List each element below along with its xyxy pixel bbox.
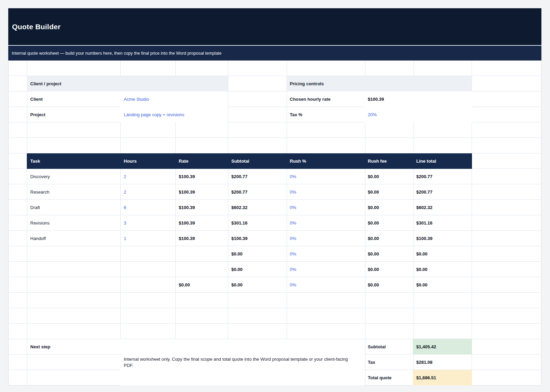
summary-subtotal-label: Subtotal [364,339,413,355]
line-total-cell: $200.77 [413,184,472,200]
col-header-line-total: Line total [413,153,472,169]
next-step-label: Next step [27,339,120,355]
subtotal-cell: $100.39 [228,231,286,246]
col-header-rate: Rate [175,153,228,169]
subtitle-text: Internal quote worksheet — build your nu… [12,51,222,56]
rate-cell: $100.39 [175,184,228,200]
rush-pct-cell[interactable]: 0% [286,246,364,262]
col-header-subtotal: Subtotal [228,153,286,169]
task-cell: Handoff [27,231,120,246]
hourly-rate-value-cell[interactable]: $100.39 [364,91,472,107]
line-total-cell: $301.16 [413,215,472,231]
rush-pct-cell[interactable]: 0% [286,200,364,215]
subtotal-cell: $602.32 [228,200,286,215]
hourly-rate-label: Chosen hourly rate [286,91,364,107]
tax-percent-value-cell[interactable]: 20% [364,107,472,122]
rush-pct-cell[interactable]: 0% [286,169,364,184]
line-total-cell: $100.39 [413,231,472,246]
subtotal-cell: $301.16 [228,215,286,231]
hours-cell[interactable]: 3 [120,215,175,231]
hours-cell[interactable]: 2 [120,184,175,200]
page-title: Quote Builder [12,23,60,31]
rush-fee-cell: $0.00 [364,262,413,277]
subtotal-cell: $200.77 [228,184,286,200]
task-cell: Revisions [27,215,120,231]
project-label: Project [27,107,120,122]
col-header-hours: Hours [120,153,175,169]
rush-pct-cell[interactable]: 0% [286,277,364,293]
rate-cell: $0.00 [175,277,228,293]
summary-total-value: $1,686.51 [413,370,472,385]
subtotal-cell: $0.00 [228,262,286,277]
task-cell: Discovery [27,169,120,184]
title-bar: Quote Builder [8,8,541,45]
line-total-cell: $0.00 [413,246,472,262]
line-total-cell: $0.00 [413,277,472,293]
rate-cell: $100.39 [175,169,228,184]
tax-percent-label: Tax % [286,107,364,122]
rate-cell: $100.39 [175,200,228,215]
next-step-note: Internal worksheet only. Copy the final … [120,339,364,385]
task-cell: Research [27,184,120,200]
line-total-cell: $200.77 [413,169,472,184]
summary-tax-label: Tax [364,355,413,370]
rush-fee-cell: $0.00 [364,215,413,231]
rush-fee-cell: $0.00 [364,246,413,262]
rush-fee-cell: $0.00 [364,200,413,215]
worksheet-grid: Client / project Pricing controls Client… [8,61,541,385]
hours-cell[interactable]: 1 [120,231,175,246]
summary-tax-value: $281.08 [413,355,472,370]
line-total-cell: $0.00 [413,262,472,277]
line-total-cell: $602.32 [413,200,472,215]
summary-total-label: Total quote [364,370,413,385]
rush-fee-cell: $0.00 [364,277,413,293]
col-header-rush-fee: Rush fee [364,153,413,169]
hours-cell[interactable]: 6 [120,200,175,215]
col-header-task: Task [27,153,120,169]
project-value-cell[interactable]: Landing page copy + revisions [120,107,228,122]
subtotal-cell: $0.00 [228,277,286,293]
rush-pct-cell[interactable]: 0% [286,215,364,231]
rate-cell: $100.39 [175,231,228,246]
rush-fee-cell: $0.00 [364,184,413,200]
rate-cell: $100.39 [175,215,228,231]
rush-fee-cell: $0.00 [364,231,413,246]
rush-fee-cell: $0.00 [364,169,413,184]
client-label: Client [27,91,120,107]
subtotal-cell: $200.77 [228,169,286,184]
rush-pct-cell[interactable]: 0% [286,262,364,277]
summary-subtotal-value: $1,405.42 [413,339,472,355]
rush-pct-cell[interactable]: 0% [286,231,364,246]
client-value-cell[interactable]: Acme Studio [120,91,228,107]
col-header-rush-pct: Rush % [286,153,364,169]
client-project-section-header: Client / project [27,76,228,91]
pricing-controls-section-header: Pricing controls [286,76,472,91]
rush-pct-cell[interactable]: 0% [286,184,364,200]
hours-cell[interactable]: 2 [120,169,175,184]
subtitle-bar: Internal quote worksheet — build your nu… [8,45,541,61]
task-cell: Draft [27,200,120,215]
quote-builder-sheet: Quote Builder Internal quote worksheet —… [8,8,541,385]
subtotal-cell: $0.00 [228,246,286,262]
